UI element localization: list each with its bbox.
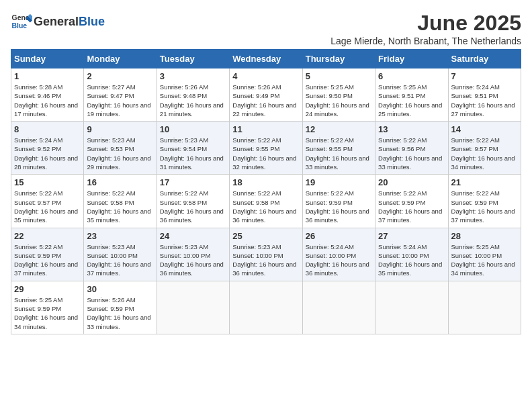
header-monday: Monday xyxy=(84,50,157,68)
day-info-6: Sunrise: 5:25 AM Sunset: 9:51 PM Dayligh… xyxy=(378,83,445,118)
day-number-9: 9 xyxy=(87,124,153,134)
day-cell-21: 21Sunrise: 5:22 AM Sunset: 9:59 PM Dayli… xyxy=(448,175,521,228)
day-cell-6: 6Sunrise: 5:25 AM Sunset: 9:51 PM Daylig… xyxy=(375,68,448,122)
day-number-19: 19 xyxy=(306,177,372,187)
header-friday: Friday xyxy=(375,50,448,68)
day-cell-7: 7Sunrise: 5:24 AM Sunset: 9:51 PM Daylig… xyxy=(448,68,521,122)
day-info-14: Sunrise: 5:22 AM Sunset: 9:57 PM Dayligh… xyxy=(451,136,518,171)
day-cell-19: 19Sunrise: 5:22 AM Sunset: 9:59 PM Dayli… xyxy=(302,175,375,228)
day-info-12: Sunrise: 5:22 AM Sunset: 9:55 PM Dayligh… xyxy=(306,136,372,171)
day-cell-22: 22Sunrise: 5:22 AM Sunset: 9:59 PM Dayli… xyxy=(11,228,84,281)
day-cell-10: 10Sunrise: 5:23 AM Sunset: 9:54 PM Dayli… xyxy=(157,122,229,175)
day-cell-26: 26Sunrise: 5:24 AM Sunset: 10:00 PM Dayl… xyxy=(302,228,375,281)
empty-cell-4-2 xyxy=(157,281,229,334)
day-info-25: Sunrise: 5:23 AM Sunset: 10:00 PM Daylig… xyxy=(232,242,299,278)
day-number-20: 20 xyxy=(378,177,445,187)
day-number-26: 26 xyxy=(306,231,372,241)
day-number-24: 24 xyxy=(160,231,226,241)
day-info-18: Sunrise: 5:22 AM Sunset: 9:58 PM Dayligh… xyxy=(232,189,299,224)
header-tuesday: Tuesday xyxy=(157,50,229,68)
day-number-22: 22 xyxy=(14,231,81,241)
day-info-7: Sunrise: 5:24 AM Sunset: 9:51 PM Dayligh… xyxy=(451,83,518,118)
day-info-28: Sunrise: 5:25 AM Sunset: 10:00 PM Daylig… xyxy=(451,242,518,278)
header-sunday: Sunday xyxy=(11,50,84,68)
day-cell-17: 17Sunrise: 5:22 AM Sunset: 9:58 PM Dayli… xyxy=(157,175,229,228)
day-number-29: 29 xyxy=(14,284,81,294)
day-number-4: 4 xyxy=(232,71,299,81)
day-number-23: 23 xyxy=(87,231,153,241)
day-info-11: Sunrise: 5:22 AM Sunset: 9:55 PM Dayligh… xyxy=(232,136,299,171)
day-info-29: Sunrise: 5:25 AM Sunset: 9:59 PM Dayligh… xyxy=(14,295,81,331)
day-number-12: 12 xyxy=(306,124,372,134)
day-number-14: 14 xyxy=(451,124,518,134)
day-cell-5: 5Sunrise: 5:25 AM Sunset: 9:50 PM Daylig… xyxy=(302,68,375,122)
day-info-8: Sunrise: 5:24 AM Sunset: 9:52 PM Dayligh… xyxy=(14,136,81,171)
day-cell-9: 9Sunrise: 5:23 AM Sunset: 9:53 PM Daylig… xyxy=(84,122,157,175)
day-number-13: 13 xyxy=(378,124,445,134)
day-number-17: 17 xyxy=(160,177,226,187)
day-cell-18: 18Sunrise: 5:22 AM Sunset: 9:58 PM Dayli… xyxy=(230,175,302,228)
week-row-1: 1Sunrise: 5:28 AM Sunset: 9:46 PM Daylig… xyxy=(11,68,521,122)
day-cell-16: 16Sunrise: 5:22 AM Sunset: 9:58 PM Dayli… xyxy=(84,175,157,228)
day-cell-28: 28Sunrise: 5:25 AM Sunset: 10:00 PM Dayl… xyxy=(448,228,521,281)
header-wednesday: Wednesday xyxy=(230,50,302,68)
weekday-header-row: Sunday Monday Tuesday Wednesday Thursday… xyxy=(11,50,521,68)
logo: General Blue GeneralBlue xyxy=(11,11,105,32)
day-number-10: 10 xyxy=(160,124,226,134)
day-number-6: 6 xyxy=(378,71,445,81)
day-info-4: Sunrise: 5:26 AM Sunset: 9:49 PM Dayligh… xyxy=(232,83,299,118)
day-number-5: 5 xyxy=(306,71,372,81)
day-info-23: Sunrise: 5:23 AM Sunset: 10:00 PM Daylig… xyxy=(87,242,153,278)
day-cell-27: 27Sunrise: 5:24 AM Sunset: 10:00 PM Dayl… xyxy=(375,228,448,281)
logo-icon: General Blue xyxy=(11,11,32,32)
day-number-11: 11 xyxy=(232,124,299,134)
day-cell-11: 11Sunrise: 5:22 AM Sunset: 9:55 PM Dayli… xyxy=(230,122,302,175)
day-info-10: Sunrise: 5:23 AM Sunset: 9:54 PM Dayligh… xyxy=(160,136,226,171)
month-title: June 2025 xyxy=(330,11,521,36)
day-cell-4: 4Sunrise: 5:26 AM Sunset: 9:49 PM Daylig… xyxy=(230,68,302,122)
day-cell-20: 20Sunrise: 5:22 AM Sunset: 9:59 PM Dayli… xyxy=(375,175,448,228)
day-info-1: Sunrise: 5:28 AM Sunset: 9:46 PM Dayligh… xyxy=(14,83,81,118)
day-info-20: Sunrise: 5:22 AM Sunset: 9:59 PM Dayligh… xyxy=(378,189,445,224)
title-area: June 2025 Lage Mierde, North Brabant, Th… xyxy=(330,11,521,46)
day-number-27: 27 xyxy=(378,231,445,241)
week-row-5: 29Sunrise: 5:25 AM Sunset: 9:59 PM Dayli… xyxy=(11,281,521,334)
day-info-16: Sunrise: 5:22 AM Sunset: 9:58 PM Dayligh… xyxy=(87,189,153,224)
day-cell-23: 23Sunrise: 5:23 AM Sunset: 10:00 PM Dayl… xyxy=(84,228,157,281)
day-info-19: Sunrise: 5:22 AM Sunset: 9:59 PM Dayligh… xyxy=(306,189,372,224)
logo-text-blue: Blue xyxy=(79,15,105,28)
day-cell-24: 24Sunrise: 5:23 AM Sunset: 10:00 PM Dayl… xyxy=(157,228,229,281)
day-number-16: 16 xyxy=(87,177,153,187)
location-title: Lage Mierde, North Brabant, The Netherla… xyxy=(330,36,521,46)
day-info-15: Sunrise: 5:22 AM Sunset: 9:57 PM Dayligh… xyxy=(14,189,81,224)
day-info-5: Sunrise: 5:25 AM Sunset: 9:50 PM Dayligh… xyxy=(306,83,372,118)
empty-cell-4-4 xyxy=(302,281,375,334)
day-cell-14: 14Sunrise: 5:22 AM Sunset: 9:57 PM Dayli… xyxy=(448,122,521,175)
day-number-8: 8 xyxy=(14,124,81,134)
day-number-7: 7 xyxy=(451,71,518,81)
day-info-2: Sunrise: 5:27 AM Sunset: 9:47 PM Dayligh… xyxy=(87,83,153,118)
svg-text:Blue: Blue xyxy=(12,22,28,30)
day-info-3: Sunrise: 5:26 AM Sunset: 9:48 PM Dayligh… xyxy=(160,83,226,118)
day-number-25: 25 xyxy=(232,231,299,241)
day-cell-3: 3Sunrise: 5:26 AM Sunset: 9:48 PM Daylig… xyxy=(157,68,229,122)
day-number-1: 1 xyxy=(14,71,81,81)
day-info-24: Sunrise: 5:23 AM Sunset: 10:00 PM Daylig… xyxy=(160,242,226,278)
week-row-2: 8Sunrise: 5:24 AM Sunset: 9:52 PM Daylig… xyxy=(11,122,521,175)
day-number-2: 2 xyxy=(87,71,153,81)
week-row-4: 22Sunrise: 5:22 AM Sunset: 9:59 PM Dayli… xyxy=(11,228,521,281)
day-number-18: 18 xyxy=(232,177,299,187)
header-saturday: Saturday xyxy=(448,50,521,68)
day-info-27: Sunrise: 5:24 AM Sunset: 10:00 PM Daylig… xyxy=(378,242,445,278)
empty-cell-4-3 xyxy=(230,281,302,334)
day-number-30: 30 xyxy=(87,284,153,294)
day-cell-29: 29Sunrise: 5:25 AM Sunset: 9:59 PM Dayli… xyxy=(11,281,84,334)
day-cell-30: 30Sunrise: 5:26 AM Sunset: 9:59 PM Dayli… xyxy=(84,281,157,334)
empty-cell-4-6 xyxy=(448,281,521,334)
day-info-13: Sunrise: 5:22 AM Sunset: 9:56 PM Dayligh… xyxy=(378,136,445,171)
week-row-3: 15Sunrise: 5:22 AM Sunset: 9:57 PM Dayli… xyxy=(11,175,521,228)
day-cell-8: 8Sunrise: 5:24 AM Sunset: 9:52 PM Daylig… xyxy=(11,122,84,175)
day-info-21: Sunrise: 5:22 AM Sunset: 9:59 PM Dayligh… xyxy=(451,189,518,224)
empty-cell-4-5 xyxy=(375,281,448,334)
calendar-table: Sunday Monday Tuesday Wednesday Thursday… xyxy=(11,49,521,334)
